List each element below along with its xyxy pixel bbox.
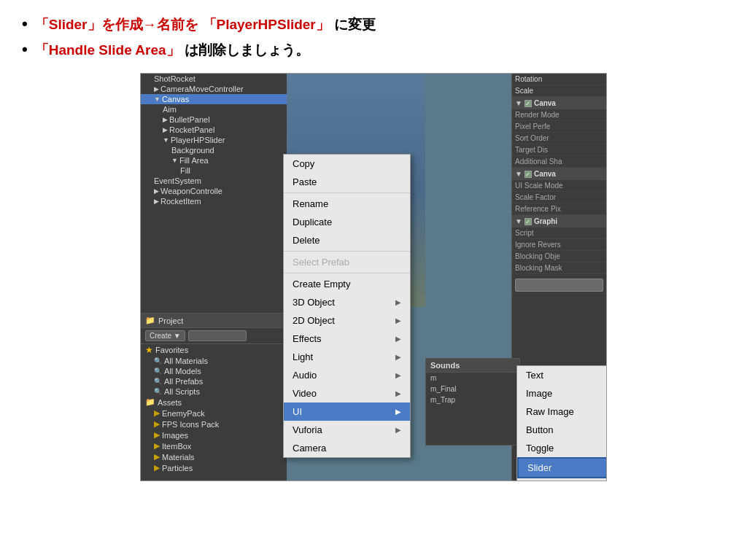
fillarea-label: Fill Area (179, 156, 209, 165)
sounds-title: Sounds (430, 361, 460, 370)
project-all-models[interactable]: 🔍 All Models (141, 366, 287, 376)
itembox-label: ItemBox (162, 442, 191, 451)
cm-light-label: Light (293, 351, 313, 362)
fill-label: Fill (180, 166, 190, 175)
fillarea-arrow: ▼ (171, 157, 178, 164)
cm-paste[interactable]: Paste (284, 173, 410, 191)
sounds-item-3: m_Trap (426, 394, 519, 405)
sounds-header: Sounds (426, 359, 519, 373)
hierarchy-item-canvas[interactable]: ▼ Canvas (141, 94, 287, 104)
bullet-1-suffix: に変更 (334, 15, 376, 34)
cm-create-empty[interactable]: Create Empty (284, 275, 410, 293)
inspector-additional-shader: Additional Sha (512, 156, 606, 168)
project-enemypack[interactable]: ▶ EnemyPack (141, 408, 287, 419)
project-images[interactable]: ▶ Images (141, 429, 287, 440)
canvas-arrow: ▼ (154, 96, 160, 103)
images-label: Images (162, 431, 188, 440)
ui-slider[interactable]: Slider (517, 457, 607, 478)
canvas-checkbox-2[interactable]: ✓ (525, 171, 532, 178)
create-button[interactable]: Create ▼ (145, 330, 185, 341)
images-icon: ▶ (154, 430, 160, 440)
cm-video-label: Video (293, 388, 317, 399)
cm-select-prefab: Select Prefab (284, 253, 410, 271)
search-icon-scripts: 🔍 (154, 388, 162, 395)
cm-vuforia[interactable]: Vuforia ▶ (284, 421, 410, 439)
cm-3d-object[interactable]: 3D Object ▶ (284, 293, 410, 311)
project-all-materials[interactable]: 🔍 All Materials (141, 356, 287, 366)
cm-copy[interactable]: Copy (284, 155, 410, 173)
cm-separator-3 (284, 273, 410, 273)
all-prefabs-label: All Prefabs (164, 377, 203, 386)
ui-scrollbar[interactable]: Scrollbar (517, 478, 607, 481)
ui-text[interactable]: Text (517, 366, 607, 384)
bullet-2-suffix: は削除しましょう。 (185, 41, 309, 60)
inspector-scale-factor: Scale Factor (512, 192, 606, 203)
cm-duplicate[interactable]: Duplicate (284, 213, 410, 231)
ui-toggle[interactable]: Toggle (517, 439, 607, 457)
context-menu-main: Copy Paste Rename Duplicate Delete Selec… (283, 154, 411, 458)
cm-select-prefab-label: Select Prefab (293, 257, 349, 268)
cm-effects[interactable]: Effects ▶ (284, 330, 410, 348)
bullet-points: • 「Slider」を作成→名前を 「PlayerHPSlider」 に変更 •… (22, 15, 725, 60)
project-panel: 📁 Project Create ▼ ★ Favorites 🔍 All Mat… (141, 313, 287, 481)
search-icon-materials: 🔍 (154, 357, 162, 365)
weaponcontroller-arrow: ▶ (154, 187, 159, 195)
inspector-graphics-section: ▼ ✓ Graphi (512, 215, 606, 228)
cm-video[interactable]: Video ▶ (284, 384, 410, 402)
project-fpsiconspack[interactable]: ▶ FPS Icons Pack (141, 419, 287, 429)
cm-ui-label: UI (293, 406, 302, 417)
hierarchy-item-eventsystem: EventSystem (141, 176, 287, 186)
hierarchy-item-weaponcontroller: ▶ WeaponControlle (141, 186, 287, 196)
project-materials[interactable]: ▶ Materials (141, 451, 287, 462)
project-itembox[interactable]: ▶ ItemBox (141, 440, 287, 451)
hierarchy-item-cameramove: ▶ CameraMoveController (141, 84, 287, 94)
inspector-target-display: Target Dis (512, 144, 606, 156)
background-label: Background (171, 146, 214, 155)
project-search-input[interactable] (188, 330, 247, 341)
cm-vuforia-label: Vuforia (293, 424, 322, 435)
particles-label: Particles (162, 464, 193, 472)
bullet-dot-1: • (22, 15, 28, 34)
cm-audio[interactable]: Audio ▶ (284, 366, 410, 384)
rotation-label: Rotation (515, 75, 542, 83)
inspector-canvas-section-1: ▼ ✓ Canva (512, 97, 606, 109)
cm-light-arrow: ▶ (395, 353, 401, 361)
ui-raw-image[interactable]: Raw Image (517, 402, 607, 421)
ui-image[interactable]: Image (517, 384, 607, 402)
fpsiconspack-label: FPS Icons Pack (162, 420, 219, 429)
project-particles[interactable]: ▶ Particles (141, 462, 287, 473)
project-toolbar: Create ▼ (141, 328, 287, 344)
project-all-prefabs[interactable]: 🔍 All Prefabs (141, 376, 287, 386)
cm-rename[interactable]: Rename (284, 195, 410, 213)
cm-3d-object-label: 3D Object (293, 297, 335, 308)
cm-2d-object[interactable]: 2D Object ▶ (284, 311, 410, 330)
hierarchy-item-fillarea: ▼ Fill Area (141, 155, 287, 166)
favorites-section: ★ Favorites (141, 344, 287, 356)
inspector-blocking-mask: Blocking Mask (512, 262, 606, 274)
inspector-blocking-objects: Blocking Obje (512, 251, 606, 262)
hierarchy-item-fill: Fill (141, 166, 287, 176)
materials-icon: ▶ (154, 452, 160, 462)
canvas-checkbox-1[interactable]: ✓ (525, 100, 532, 107)
context-menu-ui: Text Image Raw Image Button Toggle Slide… (516, 365, 607, 481)
cm-camera[interactable]: Camera (284, 439, 410, 457)
cm-light[interactable]: Light ▶ (284, 348, 410, 366)
ui-button[interactable]: Button (517, 421, 607, 439)
inspector-render-mode: Render Mode (512, 109, 606, 121)
hierarchy-item-background: Background (141, 145, 287, 155)
cm-paste-label: Paste (293, 176, 317, 187)
project-all-scripts[interactable]: 🔍 All Scripts (141, 386, 287, 397)
enemypack-label: EnemyPack (162, 409, 205, 418)
cm-delete[interactable]: Delete (284, 231, 410, 249)
star-icon: ★ (145, 345, 153, 355)
cm-vuforia-arrow: ▶ (395, 426, 401, 434)
cm-effects-label: Effects (293, 333, 322, 344)
cm-2d-object-label: 2D Object (293, 315, 335, 326)
inspector-button[interactable] (515, 279, 603, 292)
sounds-item-3-label: m_Trap (430, 396, 455, 404)
graphics-checkbox[interactable]: ✓ (525, 218, 532, 225)
cm-create-empty-label: Create Empty (293, 279, 350, 289)
shotrocket-label: ShotRocket (154, 74, 196, 83)
project-folder-icon: 📁 (145, 316, 155, 325)
cm-ui[interactable]: UI ▶ (284, 402, 410, 421)
